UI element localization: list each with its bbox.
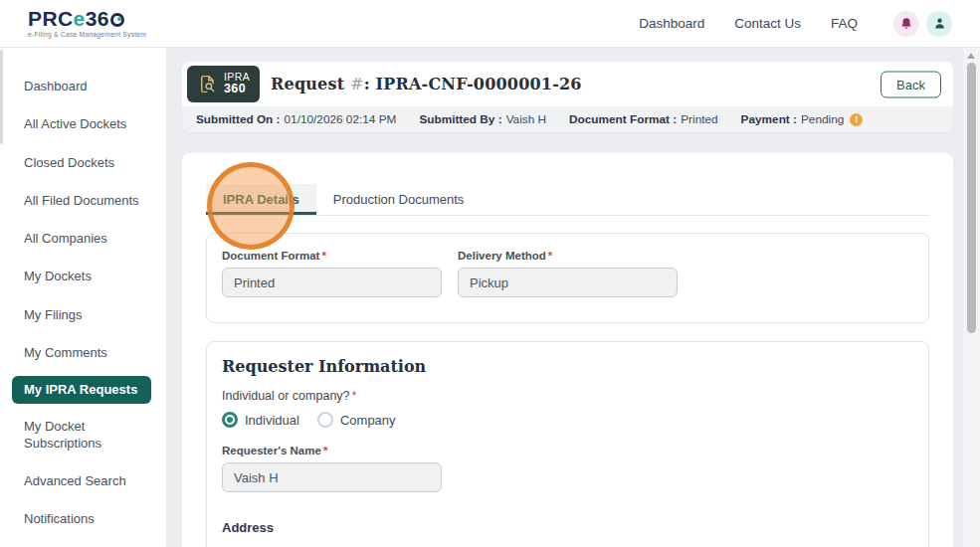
sidebar: Dashboard All Active Dockets Closed Dock… bbox=[0, 48, 166, 547]
sidebar-item-all-filed-documents[interactable]: All Filed Documents bbox=[0, 182, 166, 220]
sidebar-item-notifications[interactable]: Notifications bbox=[0, 500, 166, 538]
request-header-row: IPRA 360 Request #: IPRA-CNF-0000001-26 … bbox=[182, 62, 953, 106]
document-format-input[interactable]: Printed bbox=[222, 268, 442, 297]
brand-logo[interactable]: PRCe36 e-Filing & Case Management System bbox=[28, 8, 146, 39]
title-hash: # bbox=[350, 75, 364, 93]
required-marker: * bbox=[323, 445, 327, 456]
sidebar-item-my-comments[interactable]: My Comments bbox=[0, 334, 166, 372]
request-meta-bar: Submitted On : 01/10/2026 02:14 PM Submi… bbox=[182, 106, 953, 132]
scrollbar-up-arrow-icon[interactable] bbox=[967, 53, 975, 59]
meta-submitted-by: Submitted By : Vaish H bbox=[419, 112, 546, 126]
delivery-method-input[interactable]: Pickup bbox=[458, 268, 678, 297]
nav-dashboard[interactable]: Dashboard bbox=[639, 16, 704, 31]
address-heading: Address bbox=[222, 520, 913, 535]
back-button[interactable]: Back bbox=[881, 71, 941, 97]
tab-ipra-details[interactable]: IPRA Details bbox=[206, 184, 316, 215]
top-icon-buttons bbox=[893, 11, 952, 37]
fields-row: Document Format* Printed Delivery Method… bbox=[222, 250, 913, 297]
sidebar-item-my-ipra-requests[interactable]: My IPRA Requests bbox=[12, 376, 151, 404]
sidebar-item-my-docket-subscriptions[interactable]: My Docket Subscriptions bbox=[0, 408, 166, 462]
app-screen: PRCe36 e-Filing & Case Management System… bbox=[0, 0, 980, 547]
requester-information-heading: Requester Information bbox=[222, 357, 913, 376]
sidebar-item-all-companies[interactable]: All Companies bbox=[0, 220, 166, 258]
sidebar-item-closed-dockets[interactable]: Closed Dockets bbox=[0, 144, 166, 182]
brand-tagline: e-Filing & Case Management System bbox=[28, 32, 146, 39]
requester-information-box: Requester Information Individual or comp… bbox=[206, 341, 929, 547]
meta-payment: Payment : Pending ! bbox=[741, 112, 864, 126]
tabs: IPRA Details Production Documents bbox=[206, 184, 929, 216]
payment-warning-icon[interactable]: ! bbox=[850, 113, 863, 126]
page-scrollbar[interactable] bbox=[963, 48, 980, 547]
payment-status: Pending bbox=[801, 112, 844, 126]
document-format-label: Document Format* bbox=[222, 250, 442, 262]
bell-icon bbox=[899, 17, 913, 31]
top-nav: Dashboard Contact Us FAQ bbox=[639, 11, 952, 37]
logo-prc: PRC bbox=[28, 8, 74, 29]
request-header-card: IPRA 360 Request #: IPRA-CNF-0000001-26 … bbox=[182, 62, 953, 132]
format-delivery-box: Document Format* Printed Delivery Method… bbox=[206, 233, 929, 323]
logo-36: 36 bbox=[86, 8, 109, 29]
page-title: Request #: IPRA-CNF-0000001-26 bbox=[271, 75, 582, 93]
delivery-method-label: Delivery Method* bbox=[458, 250, 678, 262]
sidebar-item-my-dockets[interactable]: My Dockets bbox=[0, 258, 166, 295]
required-marker: * bbox=[321, 250, 325, 262]
tab-production-documents[interactable]: Production Documents bbox=[316, 184, 482, 215]
document-format-field: Document Format* Printed bbox=[222, 250, 442, 297]
request-number: IPRA-CNF-0000001-26 bbox=[376, 75, 582, 93]
ipra-detail-card: IPRA Details Production Documents Docume… bbox=[182, 153, 953, 547]
sidebar-item-dashboard[interactable]: Dashboard bbox=[0, 68, 166, 105]
top-bar: PRCe36 e-Filing & Case Management System… bbox=[0, 0, 980, 48]
required-marker: * bbox=[352, 389, 357, 403]
meta-document-format: Document Format : Printed bbox=[569, 112, 718, 126]
document-search-icon bbox=[197, 74, 218, 94]
user-icon bbox=[932, 16, 947, 31]
ipra-badge-text: IPRA 360 bbox=[224, 72, 250, 95]
nav-faq[interactable]: FAQ bbox=[831, 16, 858, 31]
scrollbar-thumb[interactable] bbox=[967, 63, 976, 333]
radio-company[interactable]: Company bbox=[317, 412, 396, 428]
notifications-button[interactable] bbox=[893, 11, 919, 37]
sidebar-item-all-active-dockets[interactable]: All Active Dockets bbox=[0, 105, 166, 143]
requesters-name-input[interactable]: Vaish H bbox=[222, 462, 442, 492]
requesters-name-label: Requester's Name* bbox=[222, 445, 913, 456]
required-marker: * bbox=[548, 250, 552, 262]
nav-contact-us[interactable]: Contact Us bbox=[734, 16, 801, 31]
radio-individual-control[interactable] bbox=[222, 412, 238, 428]
radio-individual[interactable]: Individual bbox=[222, 412, 299, 428]
ipra-360-badge: IPRA 360 bbox=[187, 66, 260, 102]
account-button[interactable] bbox=[926, 11, 952, 37]
requester-type-radio-group: Individual Company bbox=[222, 412, 913, 428]
individual-or-company-label: Individual or company?* bbox=[222, 389, 913, 403]
sidebar-item-advanced-search[interactable]: Advanced Search bbox=[0, 462, 166, 500]
brand-logo-text: PRCe36 bbox=[28, 8, 146, 29]
sidebar-scrollbar[interactable] bbox=[0, 50, 3, 144]
logo-zero-icon bbox=[110, 13, 124, 27]
radio-company-control[interactable] bbox=[317, 412, 333, 428]
logo-e: e bbox=[74, 8, 86, 29]
delivery-method-field: Delivery Method* Pickup bbox=[458, 250, 678, 297]
meta-submitted-on: Submitted On : 01/10/2026 02:14 PM bbox=[196, 112, 396, 126]
sidebar-item-my-filings[interactable]: My Filings bbox=[0, 296, 166, 334]
main-content: IPRA 360 Request #: IPRA-CNF-0000001-26 … bbox=[166, 48, 980, 547]
